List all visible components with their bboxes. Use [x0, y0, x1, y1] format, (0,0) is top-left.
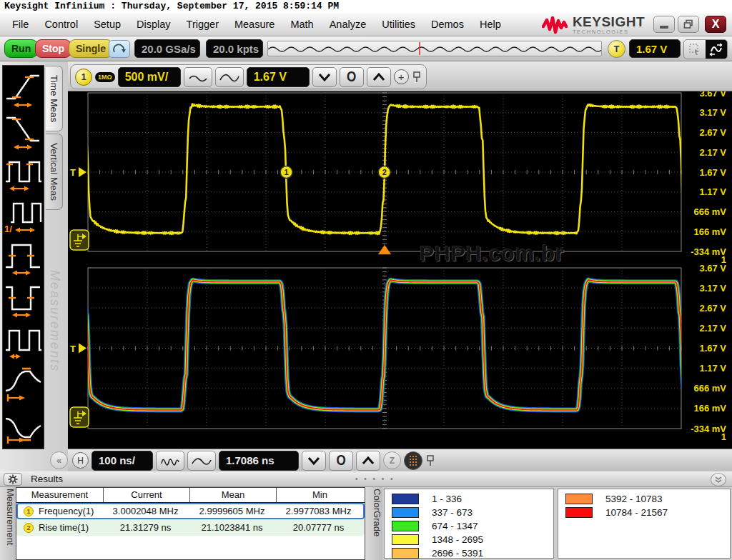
legend-item: 10784 - 21567 — [565, 506, 730, 519]
minimize-button[interactable] — [653, 16, 675, 33]
channel-controls-bar: 1 1MΩ 500 mV/ 1.67 V O + — [68, 61, 732, 91]
period-icon[interactable] — [4, 153, 44, 195]
menu-display[interactable]: Display — [129, 19, 179, 30]
time-at-max-icon[interactable] — [4, 364, 44, 406]
memory-depth-display: 20.0 kpts — [206, 39, 263, 58]
legend-label: 337 - 673 — [432, 507, 473, 518]
time-at-min-icon[interactable] — [4, 406, 44, 448]
collapse-left-icon[interactable]: « — [50, 451, 68, 469]
vendor-watermark: PHPH.com.br — [420, 241, 565, 266]
waveform-pan-icon[interactable] — [706, 40, 727, 59]
brand-name: KEYSIGHT — [573, 15, 645, 29]
run-button[interactable]: Run — [4, 39, 38, 58]
measurement-strip: Measurement — [0, 487, 16, 560]
legend-swatch — [392, 507, 419, 518]
measurement-min: 2.9977083 MHz — [275, 506, 362, 516]
channel-1-controls: 1 1MΩ 500 mV/ 1.67 V O + — [70, 64, 427, 89]
measurement-table: Measurement Current Mean Min 1Frequency(… — [16, 487, 365, 560]
timebase-compress-button[interactable] — [156, 451, 184, 471]
svg-text:T: T — [70, 167, 76, 178]
maximize-button[interactable] — [678, 16, 699, 33]
vertical-offset-display[interactable]: 1.67 V — [247, 67, 310, 87]
svg-text:2.67 V: 2.67 V — [699, 127, 726, 138]
legend-item: 337 - 673 — [392, 506, 553, 519]
pin-icon[interactable] — [425, 454, 435, 467]
menu-help[interactable]: Help — [472, 19, 509, 30]
pin-icon[interactable] — [412, 71, 422, 84]
tab-time-meas[interactable]: Time Meas — [46, 66, 63, 131]
position-right-button[interactable] — [356, 451, 380, 471]
trigger-level-display[interactable]: 1.67 V — [629, 39, 681, 58]
gear-icon — [8, 474, 18, 484]
waveform-display[interactable]: 3.67 V3.17 V2.67 V2.17 V1.67 V1.17 V666 … — [68, 91, 732, 449]
svg-text:3.67 V: 3.67 V — [699, 91, 726, 99]
position-zero-button[interactable]: O — [329, 451, 353, 471]
channel-1-badge[interactable]: 1 — [75, 69, 92, 86]
duty-cycle-icon[interactable] — [4, 321, 44, 364]
table-row[interactable]: 2Rise time(1)21.31279 ns21.1023841 ns20.… — [16, 519, 365, 536]
colorgrade-strip: ColorGrade — [365, 487, 382, 560]
close-button[interactable]: X — [705, 16, 726, 33]
svg-text:166 mV: 166 mV — [693, 403, 726, 414]
measurement-current: 21.31279 ns — [102, 522, 189, 533]
horizontal-badge[interactable]: H — [72, 452, 89, 469]
oscilloscope-app: { "window": { "title": "Keysight Infinii… — [0, 0, 732, 560]
drag-dots-icon[interactable]: • • • • • — [355, 478, 395, 481]
position-left-button[interactable] — [302, 451, 326, 471]
legend-swatch — [565, 507, 593, 518]
menu-demos[interactable]: Demos — [423, 19, 472, 30]
menu-trigger[interactable]: Trigger — [179, 19, 227, 30]
positive-width-icon[interactable] — [4, 237, 44, 279]
tab-vertical-meas[interactable]: Vertical Meas — [46, 134, 63, 210]
svg-text:3.17 V: 3.17 V — [699, 283, 726, 294]
results-settings-button[interactable] — [4, 473, 22, 486]
menu-file[interactable]: File — [4, 19, 36, 30]
fall-time-icon[interactable] — [4, 111, 44, 153]
offset-up-button[interactable] — [367, 67, 391, 87]
impedance-badge[interactable]: 1MΩ — [95, 72, 115, 82]
collapse-down-icon[interactable] — [711, 473, 726, 486]
vertical-scale-display[interactable]: 500 mV/ — [118, 67, 181, 87]
selection-icon[interactable] — [684, 40, 706, 59]
sine-large-icon — [191, 454, 212, 467]
zoom-z-icon[interactable]: Z — [383, 451, 401, 469]
pointer-mode-toggle[interactable] — [683, 39, 728, 59]
add-channel-button[interactable]: + — [394, 69, 409, 84]
legend-label: 5392 - 10783 — [605, 494, 663, 504]
trigger-source-badge[interactable]: T — [608, 40, 625, 58]
legend-label: 10784 - 21567 — [605, 507, 668, 518]
table-row[interactable]: 1Frequency(1)3.0002048 MHz2.9999605 MHz2… — [16, 503, 365, 519]
measurement-name: Rise time(1) — [39, 522, 89, 533]
timebase-scale-display[interactable]: 100 ns/ — [92, 451, 153, 471]
offset-down-button[interactable] — [312, 67, 337, 87]
timebase-expand-button[interactable] — [187, 451, 216, 471]
frequency-icon[interactable]: 1/ — [4, 195, 44, 237]
single-button[interactable]: Single — [69, 39, 113, 58]
touch-button[interactable] — [109, 40, 130, 58]
menu-analyze[interactable]: Analyze — [322, 19, 375, 30]
svg-text:666 mV: 666 mV — [693, 206, 726, 217]
menu-measure[interactable]: Measure — [227, 19, 282, 30]
menu-utilities[interactable]: Utilities — [374, 19, 423, 30]
horizontal-position-display[interactable]: 1.7086 ns — [219, 451, 299, 471]
rise-time-icon[interactable] — [4, 69, 44, 111]
menu-math[interactable]: Math — [282, 19, 321, 30]
scale-coarse-button[interactable] — [184, 67, 212, 87]
svg-text:1: 1 — [285, 168, 289, 176]
menu-setup[interactable]: Setup — [86, 19, 129, 30]
waveform-preview-strip[interactable] — [267, 41, 602, 56]
svg-text:1.67 V: 1.67 V — [699, 167, 726, 178]
colorgrade-legend-1: 1 - 336337 - 673674 - 13471348 - 2695269… — [384, 489, 554, 559]
stop-button[interactable]: Stop — [35, 39, 71, 58]
measurement-min: 20.07777 ns — [275, 522, 362, 533]
negative-width-icon[interactable] — [4, 279, 44, 321]
legend-label: 1348 - 2695 — [432, 534, 483, 545]
colorgrade-legend-2: 5392 - 1078310784 - 21567 — [558, 489, 731, 559]
legend-label: 2696 - 5391 — [432, 548, 483, 559]
menu-control[interactable]: Control — [36, 19, 86, 30]
offset-zero-button[interactable]: O — [340, 67, 364, 87]
scale-fine-button[interactable] — [215, 67, 244, 87]
colorgrade-dots-icon[interactable] — [404, 451, 422, 470]
measurement-sidebar: 1/ Time Meas Vertical Meas Measurements … — [0, 61, 68, 471]
svg-text:3.67 V: 3.67 V — [699, 263, 726, 274]
